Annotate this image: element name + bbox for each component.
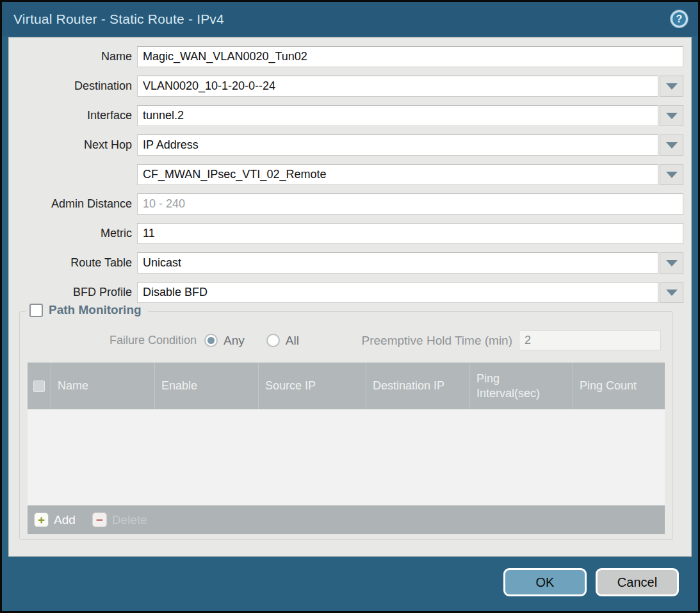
failure-condition-label: Failure Condition [24, 334, 197, 347]
destination-dropdown-button[interactable] [660, 76, 683, 97]
route-table-input[interactable] [137, 252, 658, 274]
interface-input[interactable] [137, 105, 658, 126]
form-row-route-table: Route Table [9, 252, 683, 274]
dialog-window: Virtual Router - Static Route - IPv4 ? N… [0, 0, 700, 613]
table-header-ping-interval: Ping Interval(sec) [469, 363, 573, 409]
plus-icon: + [34, 512, 49, 527]
dialog-content: Name Destination Interface [8, 37, 692, 557]
form-row-name: Name [9, 46, 683, 67]
metric-input[interactable] [137, 223, 683, 244]
bfd-profile-input[interactable] [137, 282, 658, 303]
add-button-label: Add [54, 513, 76, 527]
dialog-footer: OK Cancel [503, 568, 679, 596]
table-header-ping-count: Ping Count [573, 363, 665, 409]
table-header-enable: Enable [154, 363, 258, 409]
form-row-metric: Metric [9, 223, 683, 244]
cancel-button[interactable]: Cancel [596, 568, 679, 596]
delete-button: − Delete [92, 512, 147, 527]
path-monitoring-table: Name Enable Source IP Destination IP Pin… [28, 363, 665, 534]
form-row-next-hop: Next Hop [9, 135, 683, 156]
titlebar: Virtual Router - Static Route - IPv4 ? [2, 2, 698, 36]
table-header-destination-ip: Destination IP [366, 363, 469, 409]
path-monitoring-title: Path Monitoring [49, 303, 142, 317]
failure-condition-all-label: All [286, 334, 299, 348]
dialog-frame: Virtual Router - Static Route - IPv4 ? N… [2, 2, 698, 611]
table-header-checkbox-cell [28, 363, 51, 409]
next-hop-type-input[interactable] [137, 135, 658, 156]
next-hop-address-dropdown-button[interactable] [660, 164, 683, 185]
table-footer-bar: + Add − Delete [28, 505, 665, 534]
path-monitoring-checkbox[interactable] [29, 304, 43, 317]
preemptive-hold-time-input [519, 331, 661, 350]
next-hop-label: Next Hop [9, 138, 132, 152]
select-all-checkbox [33, 380, 45, 392]
interface-label: Interface [9, 109, 132, 122]
delete-button-label: Delete [112, 513, 147, 527]
form-row-destination: Destination [9, 76, 683, 97]
path-monitoring-section: Path Monitoring Failure Condition Any Al… [19, 311, 673, 540]
path-monitoring-legend: Path Monitoring [26, 303, 148, 317]
chevron-down-icon [666, 290, 678, 296]
table-header-row: Name Enable Source IP Destination IP Pin… [28, 363, 665, 409]
next-hop-type-dropdown-button[interactable] [660, 135, 683, 156]
form-row-interface: Interface [9, 105, 683, 126]
help-glyph: ? [676, 13, 683, 25]
table-body-empty [28, 409, 665, 505]
help-icon[interactable]: ? [671, 10, 688, 28]
failure-condition-all-radio [266, 334, 280, 347]
add-button[interactable]: + Add [34, 512, 76, 527]
name-label: Name [9, 50, 132, 63]
next-hop-address-input[interactable] [137, 164, 658, 185]
table-header-source-ip: Source IP [258, 363, 366, 409]
failure-condition-row: Failure Condition Any All Preemptive Hol… [24, 330, 669, 351]
route-table-dropdown-button[interactable] [660, 252, 683, 274]
interface-dropdown-button[interactable] [660, 105, 683, 126]
failure-condition-any-label: Any [224, 334, 245, 348]
bfd-profile-dropdown-button[interactable] [660, 282, 683, 303]
destination-input[interactable] [137, 76, 658, 97]
metric-label: Metric [9, 227, 132, 240]
radio-dot [208, 337, 215, 344]
chevron-down-icon [666, 83, 678, 90]
table-header-name: Name [51, 363, 154, 409]
chevron-down-icon [666, 172, 678, 178]
minus-icon: − [92, 512, 107, 527]
form-row-next-hop-address [9, 164, 683, 185]
dialog-title: Virtual Router - Static Route - IPv4 [13, 12, 224, 27]
chevron-down-icon [666, 113, 678, 119]
failure-condition-any-radio [204, 334, 218, 347]
admin-distance-label: Admin Distance [9, 197, 132, 211]
chevron-down-icon [666, 260, 678, 266]
bfd-profile-label: BFD Profile [9, 286, 132, 299]
form-row-bfd-profile: BFD Profile [9, 282, 683, 303]
admin-distance-input[interactable] [137, 193, 683, 215]
name-input[interactable] [137, 46, 683, 67]
preemptive-hold-time-label: Preemptive Hold Time (min) [362, 334, 512, 348]
destination-label: Destination [9, 79, 132, 93]
ok-button[interactable]: OK [503, 568, 587, 596]
form-row-admin-distance: Admin Distance [9, 193, 683, 215]
chevron-down-icon [666, 142, 678, 149]
route-table-label: Route Table [9, 256, 132, 270]
